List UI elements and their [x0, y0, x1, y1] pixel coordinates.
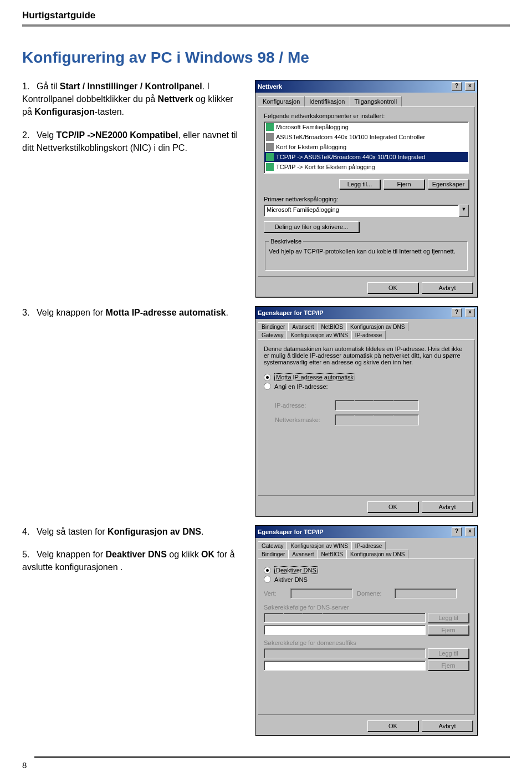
radio-icon [264, 567, 271, 574]
radio-enable-dns[interactable]: Aktiver DNS [264, 576, 469, 583]
cancel-button[interactable]: Avbryt [422, 501, 473, 512]
ok-button[interactable]: OK [367, 720, 418, 732]
suffix-list [264, 661, 426, 671]
protocol-icon [266, 153, 274, 161]
dialog-nettverk: Nettverk ? × Konfigurasjon Identifikasjo… [255, 80, 478, 297]
add-button[interactable]: Legg til... [339, 179, 380, 189]
components-label: Følgende nettverkskomponenter er install… [264, 113, 469, 119]
tab-konfigurasjon[interactable]: Konfigurasjon [258, 96, 305, 106]
dns-server-input [264, 613, 426, 623]
primary-logon-label: Primær nettverkspålogging: [264, 196, 469, 202]
ip-address-label: IP-adresse: [275, 402, 330, 409]
help-button[interactable]: ? [452, 527, 462, 536]
suffix-search-label: Søkerekkefølge for domenesuffiks [264, 639, 469, 646]
step-5: 5.Velg knappen for Deaktiver DNS og klik… [22, 548, 244, 573]
ok-button[interactable]: OK [367, 501, 418, 512]
close-button[interactable]: × [465, 527, 475, 536]
close-button[interactable]: × [465, 308, 475, 317]
adapter-icon [266, 143, 274, 151]
tab-bindinger[interactable]: Bindinger [258, 550, 289, 558]
tab-ipadresse[interactable]: IP-adresse [351, 541, 386, 550]
step-2: 2.Velg TCP/IP ->NE2000 Kompatibel, eller… [22, 129, 244, 154]
tab-avansert[interactable]: Avansert [288, 322, 318, 331]
tab-gateway[interactable]: Gateway [258, 541, 287, 550]
tab-identifikasjon[interactable]: Identifikasjon [304, 96, 350, 106]
dns-server-list [264, 625, 426, 635]
tab-wins[interactable]: Konfigurasjon av WINS [287, 331, 351, 339]
list-item-selected[interactable]: TCP/IP -> ASUSTeK/Broadcom 440x 10/100 I… [264, 152, 468, 162]
step-4: 4.Velg så tasten for Konfigurasjon av DN… [22, 525, 244, 538]
tab-netbios[interactable]: NetBIOS [318, 550, 347, 558]
protocol-icon [266, 163, 274, 171]
radio-manual-ip[interactable]: Angi en IP-adresse: [264, 383, 469, 390]
radio-disable-dns[interactable]: Deaktiver DNS [264, 566, 469, 574]
dialog-title: Egenskaper for TCP/IP [258, 529, 448, 535]
radio-icon [264, 383, 271, 390]
tab-dns[interactable]: Konfigurasjon av DNS [346, 322, 408, 331]
ok-button[interactable]: OK [367, 282, 418, 293]
description-legend: Beskrivelse [269, 238, 303, 245]
step-1: 1.Gå til Start / Innstillinger / Kontrol… [22, 80, 244, 119]
description-text: Ved hjelp av TCP/IP-protokollen kan du k… [269, 248, 464, 267]
suffix-input [264, 648, 426, 658]
components-listbox[interactable]: Microsoft Familiepålogging ASUSTeK/Broad… [264, 121, 469, 174]
help-button[interactable]: ? [452, 82, 462, 91]
tab-netbios[interactable]: NetBIOS [318, 322, 347, 331]
doc-header: Hurtigstartguide [22, 10, 510, 27]
ip-intro-text: Denne datamaskinen kan automatisk tildel… [264, 346, 469, 365]
radio-auto-ip[interactable]: Motta IP-adresse automatisk [264, 373, 469, 381]
subnet-mask-input [335, 414, 419, 425]
tab-dns[interactable]: Konfigurasjon av DNS [346, 550, 408, 558]
suffix-remove-button: Fjern [428, 661, 469, 671]
page-title: Konfigurering av PC i Windows 98 / Me [22, 49, 510, 67]
domain-label: Domene: [357, 590, 390, 597]
step-3: 3.Velg knappen for Motta IP-adresse auto… [22, 306, 244, 319]
chevron-down-icon[interactable]: ▼ [459, 205, 469, 217]
dialog-title: Nettverk [258, 83, 448, 90]
tab-ipadresse[interactable]: IP-adresse [351, 331, 386, 339]
help-button[interactable]: ? [452, 308, 462, 317]
tab-tilgangskontroll[interactable]: Tilgangskontroll [350, 96, 402, 106]
dialog-title: Egenskaper for TCP/IP [258, 309, 448, 316]
cancel-button[interactable]: Avbryt [422, 720, 473, 732]
properties-button[interactable]: Egenskaper [428, 179, 469, 189]
subnet-mask-label: Nettverksmaske: [275, 417, 330, 423]
tab-avansert[interactable]: Avansert [288, 550, 318, 558]
close-button[interactable]: × [465, 82, 475, 91]
dns-search-label: Søkerekkefølge for DNS-server [264, 604, 469, 611]
page-number: 8 [22, 760, 27, 770]
dialog-tcpip-ip: Egenskaper for TCP/IP ? × Bindinger Avan… [255, 306, 478, 516]
radio-icon [264, 374, 271, 381]
remove-button[interactable]: Fjern [383, 179, 424, 189]
client-icon [266, 123, 274, 131]
host-input [290, 588, 352, 598]
dialog-tcpip-dns: Egenskaper for TCP/IP ? × Gateway Konfig… [255, 525, 478, 735]
domain-input [395, 588, 457, 598]
adapter-icon [266, 133, 274, 141]
file-print-sharing-button[interactable]: Deling av filer og skrivere... [264, 221, 359, 232]
host-label: Vert: [264, 590, 286, 597]
ip-address-input [335, 400, 419, 411]
dns-remove-button: Fjern [428, 625, 469, 635]
cancel-button[interactable]: Avbryt [422, 282, 473, 293]
tab-gateway[interactable]: Gateway [258, 331, 287, 339]
tab-bindinger[interactable]: Bindinger [258, 322, 289, 331]
dns-add-button: Legg til [428, 613, 469, 623]
suffix-add-button: Legg til [428, 648, 469, 658]
footer-rule [34, 756, 510, 758]
tab-wins[interactable]: Konfigurasjon av WINS [287, 541, 351, 550]
radio-icon [264, 576, 271, 583]
primary-logon-combo[interactable]: Microsoft Familiepålogging ▼ [264, 205, 469, 217]
